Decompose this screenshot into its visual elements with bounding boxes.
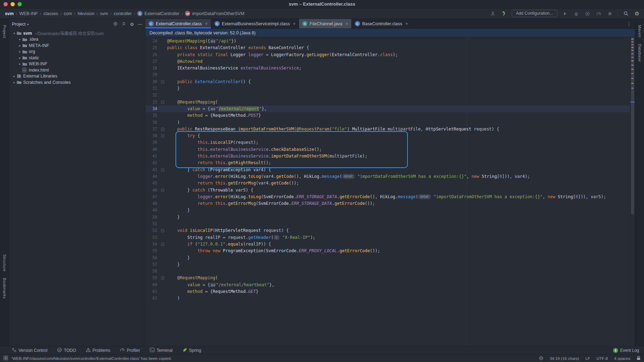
code-line[interactable]: 29 [145,72,630,78]
line-number[interactable]: 26 [145,52,159,58]
code-editor[interactable]: 24@RequestMapping({◎∨"/api"})25public cl… [145,37,635,346]
tree-item[interactable]: ▸META-INF [9,42,145,49]
line-number[interactable]: 31 [145,85,159,92]
code-line[interactable]: 33- @RequestMapping( [145,99,630,106]
code-line[interactable]: 31 } [145,85,630,92]
code-line[interactable]: 35 method = {RequestMethod.POST} [145,112,630,119]
line-number[interactable]: 32 [145,92,159,99]
editor-tab[interactable]: CExternalController.class× [145,19,211,28]
code-line[interactable]: 39 this.isLocalIP(request); [145,139,630,146]
code-line[interactable]: 26 private static final Logger logger = … [145,52,630,58]
line-number[interactable]: 53 [145,234,159,241]
line-number[interactable]: 36 [145,119,159,126]
chevron-right-icon[interactable]: ▸ [18,38,22,41]
collapse-all-icon[interactable] [121,21,126,27]
tool-stripe-button-maven[interactable]: Maven [638,22,642,41]
line-number[interactable]: 48 [145,200,159,207]
line-separator-indicator[interactable]: LF [585,356,590,361]
code-line[interactable]: 43- } catch (ProgramException var4) { [145,167,630,173]
code-line[interactable]: 55 throw new ProgramException(SvmErrorCo… [145,248,630,254]
line-number[interactable]: 25 [145,45,159,51]
line-number[interactable]: 41 [145,153,159,160]
line-number[interactable]: 45 [145,180,159,187]
line-number[interactable]: 51 [145,221,159,227]
code-line[interactable]: 40 this.externalBusinessService.checkDat… [145,146,630,153]
window-close-button[interactable] [4,2,8,6]
code-line[interactable]: 56 } [145,255,630,261]
code-line[interactable]: 36 ) [145,119,630,126]
coverage-icon[interactable] [584,10,591,17]
encoding-indicator[interactable]: UTF-8 [596,356,608,361]
line-number[interactable]: 40 [145,146,159,153]
tool-window-button-version-control[interactable]: Version Control [12,348,47,353]
code-line[interactable]: 24@RequestMapping({◎∨"/api"}) [145,38,630,45]
breadcrumb-item[interactable]: classes [44,11,58,16]
code-line[interactable]: 62 ) [145,295,630,302]
chevron-right-icon[interactable]: ▸ [12,81,16,84]
code-line[interactable]: 54- if ("127.0.0.1".equals(realIP)) { [145,241,630,248]
chevron-right-icon[interactable]: ▸ [18,44,22,47]
line-number[interactable]: 44 [145,173,159,180]
tree-item[interactable]: ▸External Libraries [9,73,145,80]
tool-stripe-button-project[interactable]: Project [2,22,7,41]
code-line[interactable]: 28 IExternalBusinessService externalBusi… [145,65,630,72]
fold-marker-icon[interactable]: - [161,189,164,192]
close-tab-icon[interactable]: × [293,21,296,26]
stop-icon[interactable] [606,10,613,17]
hide-panel-icon[interactable]: — [138,22,142,26]
code-line[interactable]: 34 value = {◎∨"/external/report"}, [145,106,630,112]
line-number[interactable]: 49 [145,207,159,214]
line-number[interactable]: 28 [145,65,159,72]
folded-region-icon[interactable]: ◎∨ [210,107,216,111]
editor-tab[interactable]: CFileChannel.java× [299,19,352,28]
line-number[interactable]: 39 [145,139,159,146]
line-number[interactable]: 42 [145,160,159,166]
indent-indicator[interactable]: 4 spaces [614,356,630,361]
fold-marker-icon[interactable]: - [161,243,164,246]
code-line[interactable]: 47 logger.error(HikLog.toLog(SvmErrorCod… [145,194,630,200]
line-number[interactable]: 50 [145,214,159,221]
locate-file-icon[interactable] [113,21,118,27]
fold-marker-icon[interactable]: - [161,80,164,83]
window-zoom-button[interactable] [18,2,22,6]
tree-item[interactable]: ▸Scratches and Consoles [9,79,145,86]
chevron-right-icon[interactable]: ▸ [18,56,22,60]
window-minimize-button[interactable] [11,2,15,6]
line-number[interactable]: 56 [145,255,159,261]
editor-scrollbar[interactable] [630,37,635,346]
breadcrumb-item[interactable]: hikvision [78,11,94,16]
fold-marker-icon[interactable]: - [161,128,164,131]
tree-item[interactable]: ▸static [9,55,145,61]
line-number[interactable]: 60 [145,282,159,288]
breadcrumb-item[interactable]: mimportDataFromOtherSVM [185,11,244,16]
run-icon[interactable] [562,10,569,17]
folded-region-icon[interactable]: ◎∨ [210,39,216,43]
code-line[interactable]: 59- @RequestMapping( [145,275,630,281]
code-line[interactable]: 57 } [145,261,630,268]
project-panel-title[interactable]: Project [12,22,26,27]
breadcrumb-item[interactable]: CExternalController [137,11,179,16]
line-number[interactable]: 55 [145,248,159,254]
code-line[interactable]: 58 [145,268,630,275]
code-line[interactable]: 30- public ExternalController() { [145,79,630,85]
line-number[interactable]: 27 [145,58,159,65]
tree-item[interactable]: <>index.html [9,67,145,73]
code-line[interactable]: 25public class ExternalController extend… [145,45,630,51]
search-icon[interactable] [622,10,629,17]
line-number[interactable]: 52 [145,227,159,234]
fold-marker-icon[interactable]: - [161,229,164,232]
tool-window-button-todo[interactable]: TODO [57,348,76,353]
tool-window-button-terminal[interactable]: Terminal [150,348,172,353]
fold-marker-icon[interactable]: - [161,134,164,138]
code-line[interactable]: 50 } [145,214,630,221]
tool-window-button-problems[interactable]: Problems [86,348,111,353]
breadcrumb-item[interactable]: com [64,11,72,16]
line-number[interactable]: 62 [145,295,159,302]
line-number[interactable]: 43 [145,167,159,173]
code-line[interactable]: 27 @Autowired [145,58,630,65]
code-line[interactable]: 41 this.externalBusinessService.importDa… [145,153,630,160]
editor-tab[interactable]: CBaseController.class× [352,19,412,28]
tree-item[interactable]: ▸WEB-INF [9,61,145,67]
settings-gear-icon[interactable]: ⚙ [633,10,640,17]
tree-item[interactable]: ▸.idea [9,36,145,43]
